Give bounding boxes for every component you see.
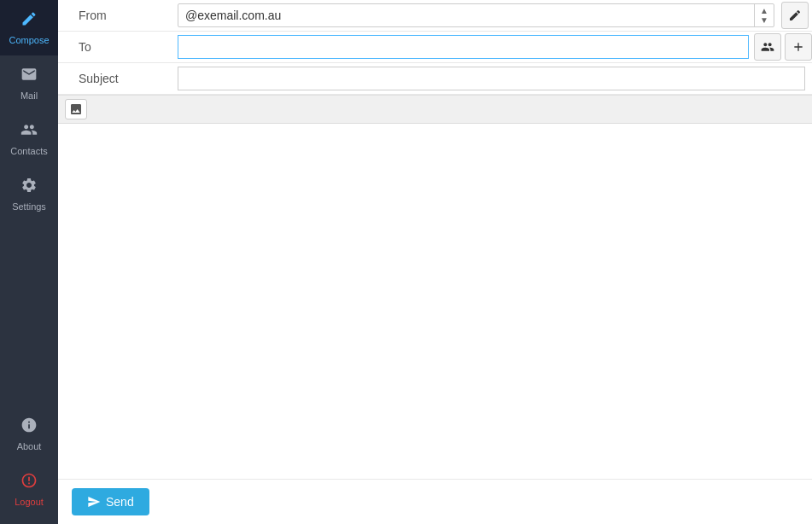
about-icon	[20, 416, 38, 438]
sidebar-item-mail[interactable]: Mail	[0, 55, 58, 111]
from-select-wrapper: @exemail.com.au ▲ ▼	[178, 3, 774, 27]
compose-form: From @exemail.com.au ▲ ▼ To	[58, 0, 812, 96]
logout-icon	[20, 472, 38, 493]
subject-input[interactable]	[178, 67, 805, 90]
send-button[interactable]: Send	[72, 488, 149, 515]
to-input-wrapper	[178, 32, 812, 62]
sidebar-item-mail-label: Mail	[20, 90, 38, 101]
compose-body-input[interactable]	[65, 131, 805, 472]
compose-body[interactable]	[58, 124, 812, 479]
add-contacts-button[interactable]	[754, 33, 781, 61]
to-input[interactable]	[178, 35, 749, 59]
add-recipient-button[interactable]	[785, 33, 812, 61]
from-row: From @exemail.com.au ▲ ▼	[58, 0, 812, 32]
subject-input-wrapper	[178, 63, 812, 94]
sidebar-item-contacts[interactable]: Contacts	[0, 111, 58, 166]
arrow-up: ▲	[760, 6, 768, 15]
from-arrows[interactable]: ▲ ▼	[754, 4, 774, 26]
to-row: To	[58, 32, 812, 63]
sidebar-item-settings[interactable]: Settings	[0, 166, 58, 222]
sidebar-item-about[interactable]: About	[0, 406, 58, 462]
image-icon	[69, 102, 83, 116]
compose-toolbar	[58, 96, 812, 124]
sidebar: Compose Mail Contacts Settings	[0, 0, 58, 524]
from-select[interactable]: @exemail.com.au	[178, 9, 754, 22]
insert-image-button[interactable]	[65, 99, 87, 119]
send-icon	[87, 495, 101, 509]
settings-icon	[20, 177, 38, 198]
from-edit-button[interactable]	[781, 2, 809, 29]
mail-icon	[20, 66, 38, 87]
to-label: To	[58, 40, 178, 54]
sidebar-item-contacts-label: Contacts	[10, 146, 47, 156]
sidebar-item-logout-label: Logout	[15, 497, 44, 507]
group-add-icon	[761, 40, 774, 54]
add-icon	[792, 40, 805, 54]
compose-icon	[20, 10, 38, 32]
subject-row: Subject	[58, 63, 812, 95]
sidebar-item-compose-label: Compose	[9, 35, 49, 45]
from-label: From	[58, 9, 178, 22]
subject-label: Subject	[58, 72, 178, 85]
sidebar-item-logout[interactable]: Logout	[0, 462, 58, 517]
sidebar-item-compose[interactable]: Compose	[0, 0, 58, 55]
contacts-icon	[20, 121, 38, 143]
pencil-icon	[788, 9, 802, 22]
sidebar-item-settings-label: Settings	[12, 201, 46, 212]
compose-footer: Send	[58, 479, 812, 524]
compose-main: From @exemail.com.au ▲ ▼ To	[58, 0, 812, 524]
send-button-label: Send	[106, 495, 134, 509]
sidebar-bottom: About Logout	[0, 406, 58, 524]
arrow-down: ▼	[760, 15, 768, 25]
sidebar-item-about-label: About	[17, 441, 42, 451]
from-input-wrapper: @exemail.com.au ▲ ▼	[178, 0, 812, 31]
